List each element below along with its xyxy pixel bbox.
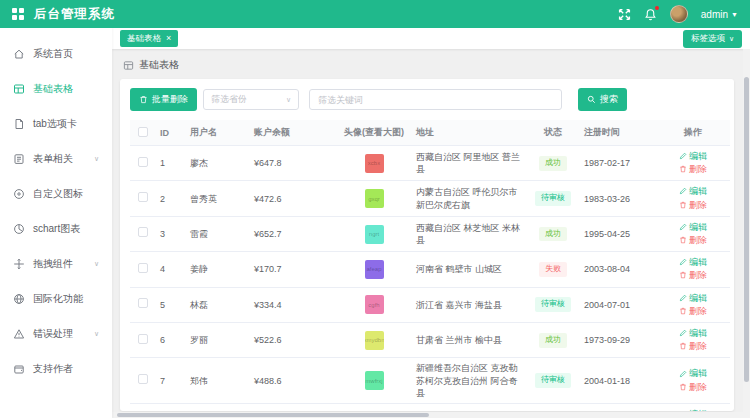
avatar-thumbnail[interactable]: xcbx	[365, 154, 384, 173]
table-header-row: ID用户名账户余额头像(查看大图)地址状态注册时间操作	[130, 120, 730, 146]
avatar-thumbnail[interactable]: mwfrxj	[365, 371, 384, 390]
cell-balance: ¥522.6	[250, 323, 336, 358]
cell-username: 廖杰	[186, 146, 250, 181]
sidebar: 系统首页基础表格tab选项卡表单相关∨自定义图标schart图表拖拽组件∨国际化…	[0, 28, 112, 418]
vertical-scrollbar-thumb[interactable]	[744, 77, 749, 382]
cell-username: 林磊	[186, 287, 250, 322]
notification-bell-icon[interactable]	[644, 8, 657, 21]
edit-button[interactable]: 编辑	[679, 327, 707, 339]
sidebar-item-6[interactable]: schart图表	[0, 211, 112, 246]
sidebar-item-3[interactable]: tab选项卡	[0, 106, 112, 141]
edit-button[interactable]: 编辑	[679, 256, 707, 268]
search-button[interactable]: 搜索	[578, 88, 627, 111]
user-menu[interactable]: admin ▼	[701, 9, 738, 20]
cell-username: 雷霞	[186, 216, 250, 251]
cell-id: 2	[156, 181, 186, 216]
sidebar-item-9[interactable]: 错误处理∨	[0, 316, 112, 351]
sidebar-item-1[interactable]: 系统首页	[0, 36, 112, 71]
page-title: 基础表格	[139, 58, 179, 72]
delete-button[interactable]: 删除	[679, 305, 707, 317]
row-checkbox[interactable]	[138, 192, 148, 202]
edit-button[interactable]: 编辑	[679, 150, 707, 162]
delete-button[interactable]: 删除	[679, 269, 707, 281]
edit-button[interactable]: 编辑	[679, 408, 707, 411]
user-table: ID用户名账户余额头像(查看大图)地址状态注册时间操作 1廖杰¥647.8xcb…	[130, 120, 730, 411]
edit-icon	[679, 329, 687, 337]
cell-username: 丁静	[186, 403, 250, 411]
trash-icon	[679, 201, 687, 209]
delete-button[interactable]: 删除	[679, 163, 707, 175]
delete-button[interactable]: 删除	[679, 199, 707, 211]
avatar-thumbnail[interactable]: xmydbn	[365, 331, 384, 350]
avatar-thumbnail[interactable]: afeap	[365, 260, 384, 279]
wallet-icon	[13, 363, 25, 375]
cell-id: 8	[156, 403, 186, 411]
trash-icon	[679, 307, 687, 315]
app-header: 后台管理系统 admin ▼	[0, 0, 750, 28]
table-row: 6罗丽¥522.6xmydbn甘肃省 兰州市 榆中县成功1973-09-29编辑…	[130, 323, 730, 358]
chevron-down-icon: ∨	[286, 96, 291, 104]
trash-icon	[679, 271, 687, 279]
row-checkbox[interactable]	[138, 334, 148, 344]
edit-button[interactable]: 编辑	[679, 221, 707, 233]
tab-bar: 基础表格 × 标签选项 ∨	[112, 28, 750, 49]
row-checkbox[interactable]	[138, 157, 148, 167]
vertical-scrollbar[interactable]	[743, 49, 750, 418]
tag-options-button[interactable]: 标签选项 ∨	[683, 30, 742, 48]
select-all-checkbox[interactable]	[138, 127, 148, 137]
notification-dot	[655, 6, 659, 10]
batch-delete-button[interactable]: 批量删除	[130, 88, 197, 111]
delete-button[interactable]: 删除	[679, 340, 707, 352]
table-row: 3雷霞¥652.7ngrt西藏自治区 林芝地区 米林县成功1995-04-25编…	[130, 216, 730, 251]
cell-username: 郑伟	[186, 358, 250, 403]
row-checkbox[interactable]	[138, 298, 148, 308]
tab-close-icon[interactable]: ×	[166, 34, 171, 43]
row-checkbox[interactable]	[138, 263, 148, 273]
user-avatar[interactable]	[670, 5, 688, 23]
edit-button[interactable]: 编辑	[679, 185, 707, 197]
horizontal-scrollbar-thumb[interactable]	[117, 413, 429, 417]
row-checkbox[interactable]	[138, 227, 148, 237]
edit-button[interactable]: 编辑	[679, 367, 707, 379]
trash-icon	[679, 236, 687, 244]
sidebar-item-10[interactable]: 支持作者	[0, 351, 112, 386]
edit-button[interactable]: 编辑	[679, 292, 707, 304]
fullscreen-icon[interactable]	[618, 8, 631, 21]
keyword-filter-input[interactable]	[309, 89, 562, 110]
sidebar-item-4[interactable]: 表单相关∨	[0, 141, 112, 176]
delete-label: 删除	[689, 163, 707, 175]
cell-address: 西藏自治区 阿里地区 普兰县	[412, 146, 526, 181]
edit-label: 编辑	[689, 292, 707, 304]
cell-balance: ¥652.7	[250, 216, 336, 251]
sidebar-item-7[interactable]: 拖拽组件∨	[0, 246, 112, 281]
delete-label: 删除	[689, 340, 707, 352]
sidebar-item-label: tab选项卡	[33, 117, 77, 131]
cell-balance: ¥647.8	[250, 146, 336, 181]
sidebar-item-2[interactable]: 基础表格	[0, 71, 112, 106]
sidebar-item-5[interactable]: 自定义图标	[0, 176, 112, 211]
circle-icon	[13, 188, 25, 200]
sidebar-item-label: 支持作者	[33, 362, 73, 376]
avatar-thumbnail[interactable]: ngrt	[365, 225, 384, 244]
horizontal-scrollbar[interactable]	[112, 412, 743, 418]
province-filter-select[interactable]: 筛选省份 ∨	[203, 89, 299, 110]
cell-balance: ¥407.5	[250, 403, 336, 411]
sidebar-item-label: 系统首页	[33, 47, 73, 61]
avatar-thumbnail[interactable]: cgfh	[365, 295, 384, 314]
delete-button[interactable]: 删除	[679, 234, 707, 246]
tab-basetable[interactable]: 基础表格 ×	[120, 30, 178, 47]
cell-register-date: 1983-03-26	[580, 181, 656, 216]
tag-options-label: 标签选项	[691, 33, 725, 45]
delete-label: 删除	[689, 234, 707, 246]
delete-button[interactable]: 删除	[679, 381, 707, 393]
file-icon	[13, 118, 25, 130]
column-header: 状态	[526, 120, 580, 146]
row-checkbox[interactable]	[138, 374, 148, 384]
edit-icon	[679, 187, 687, 195]
table-icon	[13, 83, 25, 95]
avatar-thumbnail[interactable]: gxqr	[365, 189, 384, 208]
edit-label: 编辑	[689, 185, 707, 197]
column-header: ID	[156, 120, 186, 146]
sidebar-item-label: 拖拽组件	[33, 257, 73, 271]
sidebar-item-8[interactable]: 国际化功能	[0, 281, 112, 316]
